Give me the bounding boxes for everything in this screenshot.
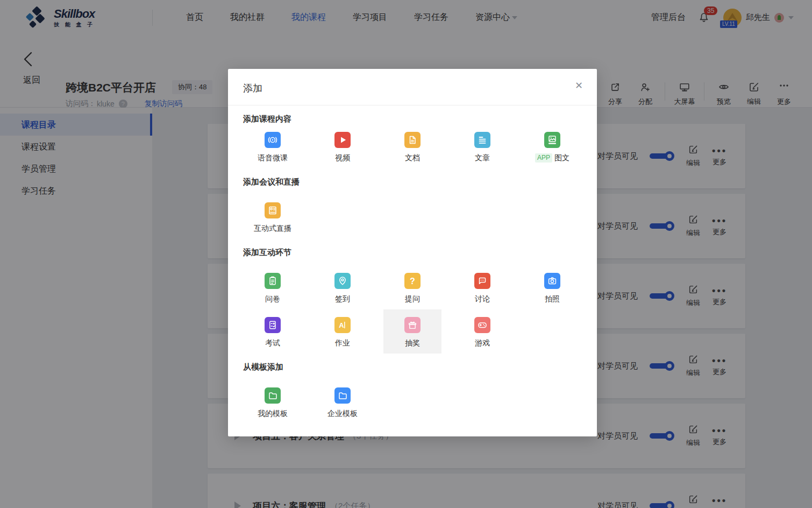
add-from-enterprise-template[interactable]: 企业模板 — [314, 380, 372, 424]
tile-label: 提问 — [383, 293, 441, 304]
add-image-text[interactable]: APP图文 — [523, 124, 581, 168]
close-icon[interactable]: ✕ — [575, 81, 583, 90]
checkin-pin-icon — [334, 273, 351, 289]
tile-label: APP图文 — [523, 152, 581, 163]
add-dialog: 添加 ✕ 添加课程内容 语音微课 视频 — [228, 69, 597, 436]
add-photo[interactable]: 拍照 — [523, 265, 581, 309]
svg-text:A: A — [339, 321, 344, 329]
add-document[interactable]: 文档 — [383, 124, 441, 168]
tile-label: 拍照 — [523, 293, 581, 304]
add-lottery[interactable]: 抽奖 — [383, 309, 441, 354]
add-checkin[interactable]: 签到 — [314, 265, 372, 309]
section-heading-templates: 从模板添加 — [243, 362, 582, 372]
add-article[interactable]: 文章 — [453, 124, 511, 168]
article-icon — [474, 132, 490, 148]
section-heading-course-content: 添加课程内容 — [243, 114, 582, 124]
tile-label: 抽奖 — [383, 337, 441, 348]
tile-label: 互动式直播 — [244, 223, 302, 234]
section-heading-live: 添加会议和直播 — [243, 177, 582, 187]
live-stream-icon — [265, 202, 281, 218]
survey-icon — [265, 273, 281, 289]
dialog-title: 添加 — [243, 83, 262, 94]
tile-label: 文章 — [453, 152, 511, 163]
tile-label: 我的模板 — [244, 408, 302, 419]
app-tag: APP — [535, 153, 552, 163]
add-discussion[interactable]: 讨论 — [453, 265, 511, 309]
exam-icon — [265, 317, 281, 333]
my-template-folder-icon — [265, 387, 281, 404]
svg-text:?: ? — [410, 277, 415, 286]
add-exam[interactable]: 考试 — [244, 309, 302, 354]
tile-label: 问卷 — [244, 293, 302, 304]
add-video[interactable]: 视频 — [314, 124, 372, 168]
gamepad-icon — [474, 317, 490, 333]
tile-label: 讨论 — [453, 293, 511, 304]
add-game[interactable]: 游戏 — [453, 309, 511, 354]
enterprise-template-folder-icon — [334, 387, 351, 404]
add-interactive-live[interactable]: 互动式直播 — [244, 195, 302, 239]
tile-label: 企业模板 — [314, 408, 372, 419]
video-icon — [334, 132, 351, 148]
add-homework[interactable]: A 作业 — [314, 309, 372, 354]
tile-label: 视频 — [314, 152, 372, 163]
tile-label: 考试 — [244, 337, 302, 348]
homework-icon: A — [334, 317, 351, 333]
tile-label: 作业 — [314, 337, 372, 348]
discussion-bubble-icon — [474, 273, 490, 289]
tile-label: 语音微课 — [244, 152, 302, 163]
add-question[interactable]: ? 提问 — [383, 265, 441, 309]
tile-label: 签到 — [314, 293, 372, 304]
add-from-my-template[interactable]: 我的模板 — [244, 380, 302, 424]
document-icon — [404, 132, 421, 148]
question-mark-icon: ? — [404, 273, 421, 289]
tile-label: 游戏 — [453, 337, 511, 348]
section-heading-interactive: 添加互动环节 — [243, 248, 582, 258]
add-survey[interactable]: 问卷 — [244, 265, 302, 309]
voice-course-icon — [265, 132, 281, 148]
image-text-icon — [544, 132, 560, 148]
camera-icon — [544, 273, 560, 289]
tile-label: 文档 — [383, 152, 441, 163]
add-voice-course[interactable]: 语音微课 — [244, 124, 302, 168]
lottery-gift-icon — [404, 317, 421, 333]
